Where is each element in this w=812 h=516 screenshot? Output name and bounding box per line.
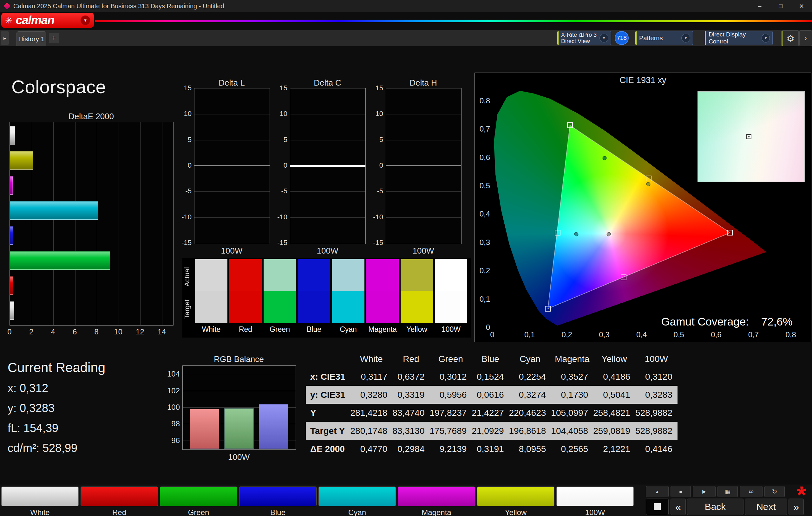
save-icon[interactable]: ▦ <box>718 486 738 497</box>
table-cell: 258,4821 <box>593 404 635 422</box>
tab-scroll-button[interactable]: ▸ <box>1 31 9 45</box>
pattern-window-toggle[interactable] <box>646 498 669 515</box>
pattern-color-swatch <box>318 487 396 506</box>
calman-menu-arrow-icon[interactable]: ▾ <box>81 16 90 25</box>
play-icon[interactable]: ▶ <box>693 486 716 497</box>
table-cell: 220,4623 <box>509 404 551 422</box>
pattern-button-label: 100W <box>556 508 634 516</box>
eject-icon[interactable]: ▲ <box>646 486 669 497</box>
y-tick-label: 15 <box>366 84 383 92</box>
x-tick-label: 14 <box>157 327 166 336</box>
table-cell: 196,8618 <box>509 422 551 440</box>
table-column-header: Blue <box>472 351 509 368</box>
y-tick-label: 10 <box>174 110 192 118</box>
color-checker-strip: ActualTargetWhiteRedGreenBlueCyanMagenta… <box>182 258 471 338</box>
chevron-down-icon[interactable]: ▾ <box>681 34 690 42</box>
swatch-label: Yellow <box>401 325 433 334</box>
y-tick-label: 10 <box>366 110 383 118</box>
refresh-icon[interactable]: ↻ <box>764 486 785 497</box>
app-window: Calman 2025 Calman Ultimate for Business… <box>0 0 812 516</box>
y-tick-label: -10 <box>174 213 192 221</box>
display-control-dropdown-label: Direct Display Control <box>708 31 761 45</box>
table-cell: 280,1748 <box>350 422 393 440</box>
pattern-button-label: Magenta <box>398 508 475 516</box>
table-cell: 0,2984 <box>393 440 430 458</box>
session-modified-icon: * <box>790 481 812 499</box>
swatch-blue: Blue <box>298 259 330 323</box>
pattern-button-100w[interactable]: 100W <box>556 486 634 515</box>
calman-menu-button[interactable]: ✳ calman ▾ <box>1 13 94 28</box>
y-tick-label: 0,1 <box>475 295 490 304</box>
chevron-down-icon[interactable]: ▾ <box>761 34 770 42</box>
panel-expand-icon[interactable]: › <box>799 30 812 46</box>
target-marker-icon <box>545 306 551 311</box>
swatch-magenta: Magenta <box>366 259 399 323</box>
deltae-x-axis: 02468101214 <box>9 327 173 337</box>
minimize-button[interactable]: – <box>749 0 770 12</box>
table-cell: 0,3191 <box>472 440 509 458</box>
add-tab-button[interactable]: + <box>49 33 59 43</box>
table-column-header: Green <box>430 351 472 368</box>
current-reading-line: x: 0,312 <box>8 382 48 395</box>
tab-history-1[interactable]: History 1 <box>17 31 46 46</box>
x-tick-label: 0,7 <box>748 330 759 339</box>
y-tick-label: 0,6 <box>475 153 490 162</box>
y-tick-label: 0,8 <box>475 96 490 105</box>
y-tick-label: 0 <box>366 161 383 170</box>
current-reading-line: y: 0,3283 <box>8 402 55 415</box>
pattern-button-cyan[interactable]: Cyan <box>318 486 396 515</box>
target-row-label: Target <box>183 293 193 325</box>
table-row: y: CIE310,32800,33190,59560,06160,32740,… <box>306 386 677 404</box>
table-cell: 259,0819 <box>593 422 635 440</box>
deltae-bar-green <box>10 251 110 270</box>
back-button[interactable]: Back <box>687 498 744 515</box>
swatch-red: Red <box>229 259 262 323</box>
meter-status-badge[interactable]: 718 <box>615 31 629 45</box>
table-row: x: CIE310,31170,63720,30120,15240,22540,… <box>306 368 677 386</box>
gridline <box>75 122 76 325</box>
rgb-balance-chart <box>182 365 296 450</box>
swatch-target <box>332 291 365 323</box>
loop-icon[interactable]: ∞ <box>740 486 762 497</box>
measured-marker-icon <box>606 232 611 236</box>
table-column-header: White <box>350 351 393 368</box>
y-tick-label: 15 <box>270 84 287 92</box>
measured-marker-icon <box>574 232 579 237</box>
patterns-dropdown[interactable]: Patterns ▾ <box>635 31 693 45</box>
y-tick-label: 0 <box>475 323 490 332</box>
next-button[interactable]: Next <box>745 498 787 515</box>
gridline <box>195 191 270 192</box>
pattern-button-yellow[interactable]: Yellow <box>477 486 554 515</box>
table-cell: 0,4186 <box>593 368 635 386</box>
first-page-button[interactable]: « <box>670 498 686 515</box>
table-cell: 0,3012 <box>430 368 472 386</box>
table-cell: 0,2254 <box>509 368 551 386</box>
y-tick-label: 0 <box>174 161 192 170</box>
stop-icon[interactable]: ■ <box>670 486 691 497</box>
pattern-button-white[interactable]: White <box>1 486 79 515</box>
pattern-button-red[interactable]: Red <box>81 486 158 515</box>
app-icon <box>3 3 11 10</box>
close-button[interactable]: ✕ <box>791 0 812 12</box>
cie-chart-title: CIE 1931 xy <box>475 75 811 85</box>
gear-icon[interactable]: ⚙ <box>782 30 799 46</box>
pattern-button-blue[interactable]: Blue <box>239 486 317 515</box>
pattern-color-swatch <box>239 487 317 506</box>
rgb-bar-blue <box>259 404 288 449</box>
table-cell: 0,1524 <box>472 368 509 386</box>
maximize-button[interactable]: □ <box>770 0 791 12</box>
display-control-dropdown[interactable]: Direct Display Control ▾ <box>705 31 773 45</box>
gridline <box>162 122 163 325</box>
y-tick-label: 5 <box>270 135 287 144</box>
pattern-window-icon <box>654 503 661 510</box>
swatch-target <box>229 291 262 323</box>
white-point-marker-icon <box>746 134 751 139</box>
table-cell: 0,5041 <box>593 386 635 404</box>
meter-dropdown[interactable]: X-Rite i1Pro 3 Direct View ▾ <box>557 31 611 45</box>
table-row-label: x: CIE31 <box>306 368 350 386</box>
deltae-chart-title: DeltaE 2000 <box>9 112 173 121</box>
pattern-button-magenta[interactable]: Magenta <box>398 486 475 515</box>
chevron-down-icon[interactable]: ▾ <box>600 34 608 42</box>
y-tick-label: 104 <box>163 370 180 378</box>
pattern-button-green[interactable]: Green <box>160 486 237 515</box>
